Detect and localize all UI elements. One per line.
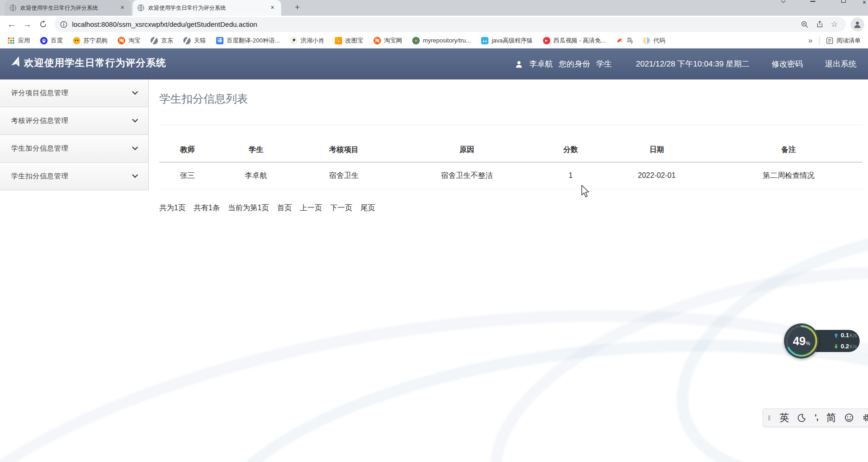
datetime-text: 2021/12/28 下午10:04:39 星期二 [636,59,749,69]
chevron-down-icon [132,116,138,122]
baidu-paw-icon [40,37,48,44]
back-button[interactable]: ← [5,18,18,31]
bookmark-star-icon[interactable]: ☆ [828,18,840,30]
new-tab-button[interactable]: + [292,2,303,13]
bookmark-honghu[interactable]: 洪湖小肖 [287,35,327,46]
ime-charset-button[interactable]: 简 [826,411,836,424]
bookmarks-bar: 应用 百度 苏宁易购 淘淘宝 京东 天猫 译百度翻译-200种语... 洪湖小肖… [0,33,868,49]
moon-icon[interactable] [797,413,806,422]
tab-strip: 欢迎使用学生日常行为评分系统 × 欢迎使用学生日常行为评分系统 × + × [0,0,868,16]
drag-handle-icon[interactable]: ‖ [768,414,771,422]
user-info: 李卓航 您的身份 学生 [515,59,612,69]
ime-punctuation-button[interactable]: ’, [814,413,818,422]
prev-page-link[interactable]: 上一页 [300,204,322,212]
user-icon [515,60,523,68]
refresh-icon [39,20,47,28]
gear-icon[interactable] [862,413,868,422]
reading-list-icon [826,37,833,44]
main-content: 学生扣分信息列表 教师 学生 考核项目 原因 分数 日期 备注 张三 [149,79,868,462]
minimize-button[interactable] [810,0,816,5]
bookmark-baidu[interactable]: 百度 [37,35,66,46]
cell-project: 宿舍卫生 [296,162,392,189]
repo-circle-icon [412,37,420,44]
last-page-link[interactable]: 尾页 [360,204,375,212]
bookmark-tmall[interactable]: 天猫 [181,35,209,46]
taobao-icon: 淘 [374,37,381,44]
next-page-link[interactable]: 下一页 [330,204,352,212]
deduction-table: 教师 学生 考核项目 原因 分数 日期 备注 张三 李卓航 宿舍卫生 宿舍卫生不… [159,138,862,189]
identity-label: 您的身份 [559,59,590,69]
zoom-level-icon[interactable] [799,18,811,30]
cell-teacher: 张三 [159,162,216,189]
paper-plane-icon [8,55,24,71]
bookmarks-overflow-icon[interactable]: » [808,36,813,45]
bookmark-gaitubao[interactable]: ↘改图宝 [332,35,366,46]
apps-grid-icon [7,37,15,44]
app-header: 欢迎使用学生日常行为评分系统 李卓航 您的身份 学生 2021/12/28 下午… [0,49,868,79]
sidebar-item-deduction-points[interactable]: 学生扣分信息管理 [0,163,148,190]
cell-score: 1 [542,162,599,189]
bookmark-suning[interactable]: 苏宁易购 [70,35,110,46]
chevron-down-icon [132,89,138,95]
divider [159,125,862,125]
profile-avatar[interactable] [850,18,864,31]
browser-tab-1[interactable]: 欢迎使用学生日常行为评分系统 × [5,0,131,16]
address-bar[interactable]: localhost:8080/ssm_xsrcxwpfxt/dedu/getSt… [54,17,846,32]
share-icon[interactable] [814,18,826,30]
down-arrow-icon [834,344,838,349]
tab-close-icon[interactable]: × [268,4,277,12]
bookmark-apps[interactable]: 应用 [5,35,33,46]
window-close-button[interactable]: × [862,0,868,5]
network-speed-widget[interactable]: 0.1K/s 0.2K/s 49% [784,323,860,359]
smiley-icon[interactable] [844,413,854,422]
reading-list-button[interactable]: 阅读清单 [823,35,863,46]
col-header-date: 日期 [599,138,715,162]
forward-button[interactable]: → [21,18,34,31]
bookmark-niao[interactable]: 鸟 [613,35,635,46]
sidebar-item-assessment-scores[interactable]: 考核评分信息管理 [0,107,148,135]
suning-lion-icon [73,37,80,44]
logout-link[interactable]: 退出系统 [825,59,856,69]
change-password-link[interactable]: 修改密码 [772,59,803,69]
table-header-row: 教师 学生 考核项目 原因 分数 日期 备注 [159,138,862,162]
refresh-button[interactable] [36,18,49,31]
bookmark-java[interactable]: java高级程序猿 [478,35,536,46]
window-menu-icon[interactable] [780,0,786,4]
items-total: 共有1条 [193,204,220,212]
pages-total: 共为1页 [159,204,186,212]
bird-avatar-icon [290,37,297,44]
ime-language-button[interactable]: 英 [779,411,789,424]
ime-toolbar[interactable]: ‖ 英 ’, 简 [763,408,868,427]
gaitubao-icon: ↘ [335,37,342,44]
site-info-icon[interactable] [60,21,67,28]
sidebar-item-scoring-projects[interactable]: 评分项目信息管理 [0,79,148,107]
table-row: 张三 李卓航 宿舍卫生 宿舍卫生不整洁 1 2022-02-01 第二周检查情况 [159,162,862,189]
download-speed: 0.2K/s [817,343,857,350]
bookmark-myrepository[interactable]: myrepository/tru... [410,36,474,46]
maximize-button[interactable] [841,0,847,5]
up-arrow-icon [834,333,838,338]
col-header-remark: 备注 [715,138,862,162]
divider [819,36,820,45]
sidebar-item-bonus-points[interactable]: 学生加分信息管理 [0,135,148,163]
jd-globe-icon [151,37,158,44]
tab-title: 欢迎使用学生日常行为评分系统 [20,4,115,12]
current-page: 当前为第1页 [228,204,269,212]
bookmark-taobao-web[interactable]: 淘淘宝网 [371,35,405,46]
col-header-teacher: 教师 [159,138,216,162]
chevron-down-icon [132,144,138,150]
bookmark-taobao[interactable]: 淘淘宝 [115,35,143,46]
bookmark-jd[interactable]: 京东 [148,35,176,46]
globe-favicon-icon [9,4,17,12]
tab-close-icon[interactable]: × [118,4,127,12]
first-page-link[interactable]: 首页 [277,204,292,212]
url-text[interactable]: localhost:8080/ssm_xsrcxwpfxt/dedu/getSt… [72,20,796,28]
cell-reason: 宿舍卫生不整洁 [392,162,542,189]
bookmark-translate[interactable]: 译百度翻译-200种语... [213,35,283,46]
page-title: 学生扣分信息列表 [159,91,862,106]
play-icon: ▶ [543,37,550,44]
col-header-reason: 原因 [392,138,542,162]
browser-tab-2[interactable]: 欢迎使用学生日常行为评分系统 × [133,0,281,16]
bookmark-xigua[interactable]: ▶西瓜视频 - 高清免... [540,35,609,46]
bookmark-daima[interactable]: 代码 [640,35,668,46]
